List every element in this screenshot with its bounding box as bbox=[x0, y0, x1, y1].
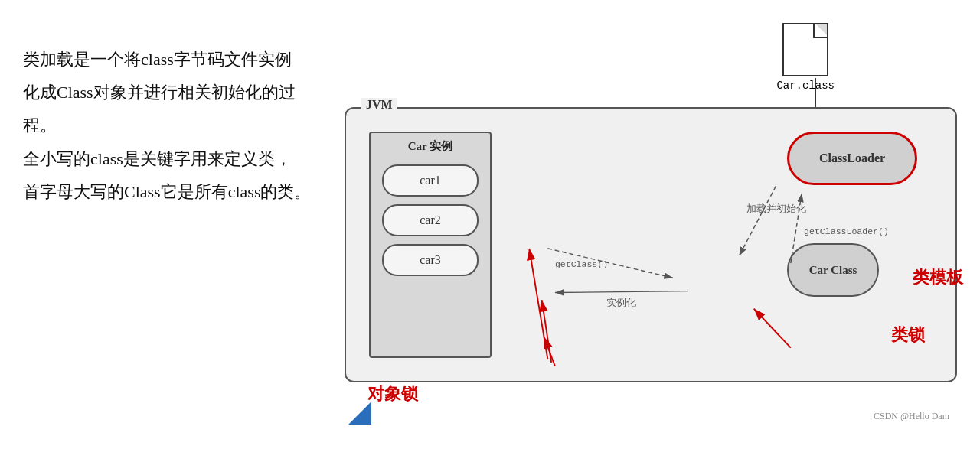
svg-line-13 bbox=[754, 309, 791, 348]
file-icon: Car.class bbox=[776, 23, 835, 92]
text-line-2: 化成Class对象并进行相关初始化的过 bbox=[23, 79, 345, 106]
car-item-3: car3 bbox=[382, 244, 479, 276]
svg-line-2 bbox=[739, 186, 776, 255]
svg-line-10 bbox=[529, 249, 547, 359]
car-item-2: car2 bbox=[382, 204, 479, 236]
car-item-1: car1 bbox=[382, 164, 479, 197]
classloader-oval: ClassLoader bbox=[787, 132, 917, 185]
text-line-3: 程。 bbox=[23, 112, 345, 138]
watermark: CSDN @Hello Dam bbox=[874, 411, 949, 422]
main-container: 类加载是一个将class字节码文件实例 化成Class对象并进行相关初始化的过 … bbox=[0, 0, 980, 449]
text-line-1: 类加载是一个将class字节码文件实例 bbox=[23, 46, 345, 73]
svg-line-12 bbox=[544, 337, 554, 366]
lei-muban-label: 类模板 bbox=[913, 266, 963, 289]
svg-line-11 bbox=[542, 300, 552, 363]
lei-suo-label: 类锁 bbox=[891, 324, 925, 347]
jvm-box: JVM Car 实例 car1 car2 car3 ClassLoader Ca… bbox=[345, 107, 957, 382]
bottom-triangle-decoration bbox=[348, 402, 371, 425]
text-line-4: 全小写的class是关键字用来定义类， bbox=[23, 145, 345, 172]
file-label: Car.class bbox=[776, 80, 835, 92]
svg-text:实例化: 实例化 bbox=[606, 298, 636, 308]
svg-line-6 bbox=[547, 249, 673, 278]
text-line-5: 首字母大写的Class它是所有class的类。 bbox=[23, 178, 345, 205]
arrow-file-to-jvm bbox=[815, 78, 816, 109]
file-shape bbox=[782, 23, 828, 76]
text-section: 类加载是一个将class字节码文件实例 化成Class对象并进行相关初始化的过 … bbox=[23, 15, 345, 211]
svg-line-8 bbox=[555, 291, 688, 293]
jvm-label: JVM bbox=[361, 98, 397, 112]
diagram-section: Car.class JVM Car 实例 car1 car2 car3 Clas… bbox=[345, 15, 957, 428]
svg-text:getClass(): getClass() bbox=[555, 259, 608, 269]
svg-text:加载并初始化: 加载并初始化 bbox=[746, 203, 806, 214]
svg-text:getClassLoader(): getClassLoader() bbox=[804, 226, 889, 236]
car-instance-box: Car 实例 car1 car2 car3 bbox=[369, 132, 492, 358]
car-instance-label: Car 实例 bbox=[371, 133, 490, 157]
dui-xiang-suo-label: 对象锁 bbox=[368, 382, 418, 405]
car-class-oval: Car Class bbox=[787, 243, 879, 297]
